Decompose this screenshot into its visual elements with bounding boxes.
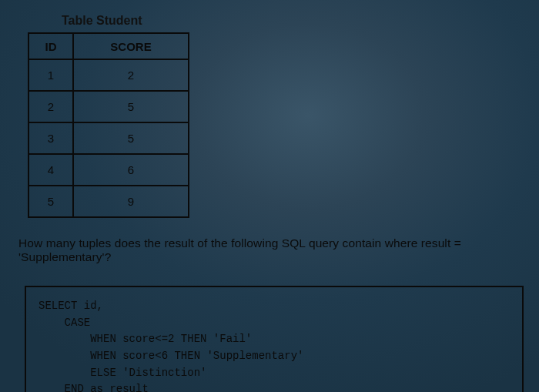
question-text: How many tuples does the result of the f… <box>18 236 522 264</box>
cell-id: 1 <box>28 59 73 91</box>
table-row: 2 5 <box>28 91 189 122</box>
cell-score: 2 <box>73 59 189 91</box>
table-row: 4 6 <box>28 154 189 186</box>
cell-id: 4 <box>28 154 73 186</box>
cell-id: 2 <box>28 91 73 122</box>
sql-code-box: SELECT id, CASE WHEN score<=2 THEN 'Fail… <box>25 286 524 392</box>
table-row: 5 9 <box>28 186 189 217</box>
cell-score: 9 <box>73 186 189 217</box>
table-row: 3 5 <box>28 122 189 154</box>
cell-id: 5 <box>28 186 73 217</box>
cell-score: 5 <box>73 91 189 122</box>
student-table: ID SCORE 1 2 2 5 3 5 4 6 5 9 <box>28 32 189 218</box>
table-row: 1 2 <box>28 59 189 91</box>
table-title: Table Student <box>62 14 522 28</box>
table-header-score: SCORE <box>73 33 189 59</box>
cell-id: 3 <box>28 122 73 154</box>
cell-score: 6 <box>73 154 189 186</box>
cell-score: 5 <box>73 122 189 154</box>
table-header-id: ID <box>28 33 73 59</box>
sql-code: SELECT id, CASE WHEN score<=2 THEN 'Fail… <box>38 298 510 392</box>
